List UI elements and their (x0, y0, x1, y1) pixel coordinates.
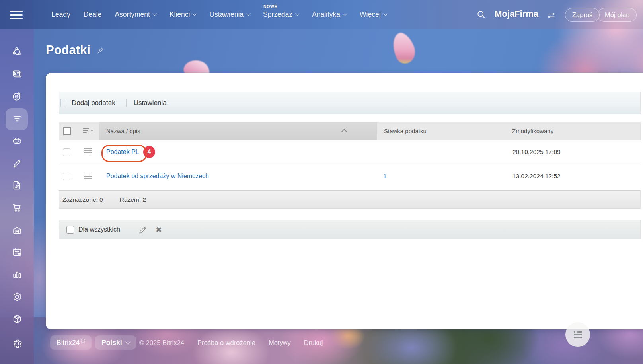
modified-date: 20.10.2025 17:09 (505, 148, 641, 156)
list-icon (574, 331, 582, 338)
box-3d-icon (12, 313, 23, 326)
chevron-down-icon (383, 11, 388, 16)
sidebar-item-crm-funnel[interactable] (0, 108, 34, 130)
pin-icon[interactable] (96, 46, 105, 56)
row-checkbox[interactable] (63, 173, 70, 180)
copyright-text: © 2025 Bitrix24 (139, 339, 184, 346)
modified-date: 13.02.2024 12:52 (505, 173, 641, 180)
page-title: Podatki (46, 43, 90, 57)
sliders-settings-icon[interactable] (547, 11, 555, 21)
nav-item-klienci[interactable]: Klienci (170, 10, 197, 19)
language-selector[interactable]: Polski (95, 335, 136, 350)
invite-button[interactable]: Zaproś (565, 8, 600, 22)
sidebar-item-sales-target[interactable] (0, 86, 34, 108)
nav-item-asortyment[interactable]: Asortyment (115, 10, 156, 19)
robot-icon (12, 135, 23, 148)
sidebar-item-sign-pen[interactable] (0, 153, 34, 175)
column-header-modified[interactable]: Zmodyfikowany (505, 128, 640, 135)
bar-chart-icon (12, 269, 23, 282)
nav-item-ustawienia[interactable]: Ustawienia (209, 10, 250, 19)
chevron-down-icon (295, 11, 299, 16)
total-count: Razem: 2 (120, 196, 146, 203)
row-drag-handle-icon[interactable] (84, 148, 99, 154)
tax-name-link[interactable]: Podatek PL (99, 148, 139, 156)
for-all-label: Dla wszystkich (78, 226, 120, 233)
add-tax-button[interactable]: Dodaj podatek (72, 99, 115, 107)
nav-item-wiecej[interactable]: Więcej (360, 10, 387, 19)
main-nav: Leady Deale Asortyment Klienci Ustawieni… (51, 0, 387, 29)
sort-asc-icon[interactable] (341, 129, 347, 134)
chevron-down-icon (343, 11, 347, 16)
taxes-card: Dodaj podatek Ustawienia Nazwa / opis St… (46, 73, 643, 329)
delete-x-icon[interactable]: ✖ (156, 225, 162, 234)
chevron-down-icon (246, 11, 250, 16)
for-all-checkbox[interactable] (66, 226, 74, 234)
funnel-lines-icon (12, 113, 23, 126)
footer-link-print[interactable]: Drukuj (304, 339, 323, 346)
sidebar-item-contact-card[interactable] (0, 64, 34, 86)
menu-burger-icon[interactable] (10, 11, 23, 19)
bulk-actions-bar: Dla wszystkich ✖ (59, 220, 641, 239)
toolbar-divider (126, 99, 127, 107)
quick-list-button[interactable] (565, 322, 590, 347)
sidebar-item-shopping-cart[interactable] (0, 197, 34, 220)
sidebar-item-product-box[interactable] (0, 309, 34, 331)
table-row: Podatek od sprzedaży w Niemczech 1 13.02… (59, 164, 641, 188)
account-name[interactable]: MojaFirma (495, 9, 538, 19)
sidebar-item-warehouse[interactable] (0, 220, 34, 242)
sidebar-item-document-edit[interactable] (0, 175, 34, 197)
cart-icon (12, 202, 23, 215)
tax-rate-link[interactable]: 1 (377, 173, 387, 179)
chevron-down-icon (152, 11, 157, 16)
edit-pencil-icon[interactable] (138, 225, 148, 234)
top-navigation-bar: Leady Deale Asortyment Klienci Ustawieni… (0, 0, 643, 29)
select-all-checkbox[interactable] (63, 127, 71, 135)
annotation-badge: 4 (143, 146, 155, 158)
sidebar-item-integrations[interactable] (0, 286, 34, 309)
falling-petal (388, 30, 419, 66)
share-network-icon (12, 46, 23, 59)
search-icon[interactable] (476, 10, 486, 21)
sidebar-item-calendar-schedule[interactable] (0, 242, 34, 264)
pen-icon (12, 158, 23, 170)
clock-badge-icon (81, 339, 85, 343)
row-checkbox[interactable] (63, 148, 70, 156)
selection-summary-bar: Zaznaczone: 0 Razem: 2 (59, 190, 641, 209)
table-header: Nazwa / opis Stawka podatku Zmodyfikowan… (59, 122, 641, 140)
card-toolbar: Dodaj podatek Ustawienia (59, 92, 641, 114)
table-body: Podatek PL 4 20.10.2025 17:09 Podatek od… (59, 140, 641, 188)
nav-item-sprzedaz[interactable]: NOWESprzedaż (263, 10, 299, 19)
nav-item-analityka[interactable]: Analityka (312, 10, 347, 19)
table-row: Podatek PL 4 20.10.2025 17:09 (59, 140, 641, 164)
toolbar-drag-handle[interactable] (60, 99, 64, 107)
footer-link-themes[interactable]: Motywy (269, 339, 291, 346)
my-plan-button[interactable]: Mój plan (598, 8, 637, 22)
toolbar-settings-button[interactable]: Ustawienia (134, 99, 167, 107)
page-footer: Bitrix24 Polski © 2025 Bitrix24 Prośba o… (0, 335, 643, 350)
warehouse-icon (12, 224, 23, 237)
column-header-name[interactable]: Nazwa / opis (99, 122, 377, 140)
nowe-badge: NOWE (263, 4, 277, 9)
row-drag-handle-icon[interactable] (84, 173, 99, 179)
tax-rate-value (377, 148, 383, 155)
calendar-icon (12, 247, 23, 259)
sidebar-item-bar-chart[interactable] (0, 264, 34, 286)
nav-item-leady[interactable]: Leady (51, 10, 70, 19)
app-sidebar (0, 0, 34, 364)
document-edit-icon (12, 180, 23, 193)
chevron-down-icon (125, 339, 131, 345)
bitrix24-logo[interactable]: Bitrix24 (50, 335, 92, 350)
tax-name-link[interactable]: Podatek od sprzedaży w Niemczech (99, 173, 209, 180)
chevron-down-icon (193, 11, 197, 16)
nav-item-deale[interactable]: Deale (84, 10, 102, 19)
sidebar-item-share-network[interactable] (0, 41, 34, 64)
target-icon (12, 91, 23, 103)
column-header-rate[interactable]: Stawka podatku (377, 128, 505, 135)
selected-count: Zaznaczone: 0 (62, 196, 103, 203)
sidebar-item-automation-robot[interactable] (0, 130, 34, 153)
contact-card-icon (12, 68, 23, 81)
footer-link-implementation[interactable]: Prośba o wdrożenie (197, 339, 255, 346)
header-menu-icon[interactable] (83, 128, 93, 133)
hexagon-icon (12, 291, 23, 304)
